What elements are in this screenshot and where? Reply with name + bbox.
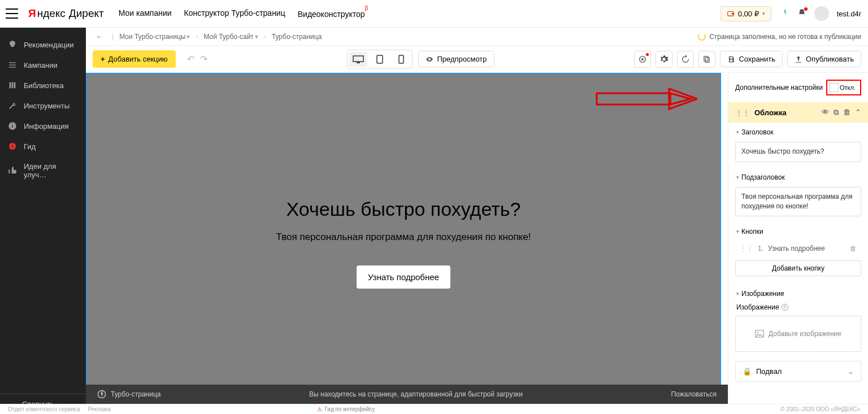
sidebar-item-ideas[interactable]: Идеи для улуч… <box>0 156 86 185</box>
notifications-icon[interactable] <box>797 8 806 19</box>
page-status-text: Страница заполнена, но не готова к публи… <box>709 33 861 41</box>
crumb-2[interactable]: Мой Турбо-сайт▾ <box>203 33 258 41</box>
footer-guide-link[interactable]: ⚠ Гид по интерфейсу <box>317 406 375 412</box>
svg-rect-19 <box>704 56 708 60</box>
image-subsection[interactable]: Изображение <box>728 284 868 303</box>
delete-button-icon[interactable]: 🗑 <box>850 245 857 252</box>
cover-section-canvas[interactable]: Хочешь быстро похудеть? Твоя персональна… <box>86 73 721 414</box>
section-copy-icon[interactable]: ⧉ <box>834 108 839 117</box>
info-icon <box>8 121 17 130</box>
device-desktop-button[interactable] <box>349 52 367 67</box>
history-icon <box>681 55 690 64</box>
heading-input[interactable]: Хочешь быстро похудеть? <box>735 142 861 162</box>
undo-button[interactable]: ↶ <box>187 54 194 64</box>
chevron-right-icon: › <box>264 33 266 41</box>
footer-link-service[interactable]: Отдел клиентского сервиса <box>8 406 80 412</box>
cover-cta-button[interactable]: Узнать подробнее <box>357 265 450 289</box>
footer-link-ads[interactable]: Реклама <box>88 406 111 412</box>
redo-button[interactable]: ↷ <box>200 54 207 64</box>
svg-point-24 <box>757 332 759 333</box>
runner-icon[interactable] <box>779 8 789 19</box>
plus-icon: + <box>101 55 105 63</box>
device-selector <box>347 50 413 69</box>
tablet-icon <box>376 55 383 64</box>
username[interactable]: test.d4r <box>837 10 861 18</box>
logo[interactable]: Яндекс Директ <box>28 7 104 20</box>
svg-rect-4 <box>9 67 16 67</box>
drag-handle-icon[interactable]: ⋮⋮ <box>735 108 750 117</box>
cover-subtitle: Твоя персональная программа для похудени… <box>276 232 531 243</box>
svg-rect-6 <box>12 82 14 89</box>
device-mobile-button[interactable] <box>392 52 410 67</box>
subheading-input[interactable]: Твоя персональная программа для похудени… <box>735 187 861 216</box>
menu-icon[interactable] <box>6 8 18 19</box>
nav-turbo-constructor[interactable]: Конструктор Турбо-страниц <box>184 8 285 19</box>
drag-handle-icon[interactable]: ⋮⋮ <box>740 245 753 252</box>
sidebar-item-guide[interactable]: Гид <box>0 136 86 156</box>
publish-icon <box>795 55 802 63</box>
publish-button[interactable]: Опубликовать <box>787 51 861 67</box>
nav-video-constructor[interactable]: Видеоконструкторβ <box>298 8 368 19</box>
device-tablet-button[interactable] <box>371 52 389 67</box>
chevron-right-icon: › <box>196 33 198 41</box>
sidebar: Рекомендации Кампании Библиотека Инструм… <box>0 28 86 414</box>
settings-button[interactable] <box>656 51 672 68</box>
sidebar-item-info[interactable]: Информация <box>0 116 86 136</box>
list-icon <box>8 60 17 69</box>
svg-rect-15 <box>399 55 403 63</box>
footer-copyright: © 2001–2020 ООО «ЯНДЕКС» <box>780 406 860 412</box>
svg-rect-7 <box>14 82 16 89</box>
chevron-down-icon: ⌄ <box>848 367 854 376</box>
buttons-subsection[interactable]: Кнопки <box>728 222 868 241</box>
sidebar-item-library[interactable]: Библиотека <box>0 75 86 95</box>
svg-rect-9 <box>12 125 12 128</box>
section-delete-icon[interactable]: 🗑 <box>843 108 850 117</box>
eye-icon <box>426 55 433 63</box>
crumb-1[interactable]: Мои Турбо-страницы▾ <box>119 33 190 41</box>
section-hide-icon[interactable]: 👁 <box>822 108 829 117</box>
avatar[interactable] <box>814 6 829 21</box>
button-item-1[interactable]: ⋮⋮ 1. Узнать подробнее 🗑 <box>735 241 861 256</box>
back-button[interactable]: ← <box>93 30 106 43</box>
svg-rect-5 <box>10 82 11 89</box>
alert-icon: ⚠ <box>317 406 322 412</box>
chevron-down-icon: ▾ <box>762 11 765 16</box>
add-button-button[interactable]: Добавить кнопку <box>735 260 861 276</box>
cover-section-header[interactable]: ⋮⋮ Обложка 👁 ⧉ 🗑 ⌃ <box>728 102 868 123</box>
section-collapse-icon[interactable]: ⌃ <box>855 108 861 117</box>
sidebar-item-tools[interactable]: Инструменты <box>0 95 86 116</box>
save-icon <box>727 55 735 63</box>
nav-my-campaigns[interactable]: Мои кампании <box>119 8 172 19</box>
settings-label: Дополнительные настройки <box>735 84 823 91</box>
lock-icon: 🔒 <box>743 367 752 376</box>
target-button[interactable] <box>634 51 651 68</box>
sidebar-item-campaigns[interactable]: Кампании <box>0 55 86 75</box>
editor-toolbar: + Добавить секцию ↶ ↷ Предпросмотр <box>86 46 868 73</box>
subheading-subsection[interactable]: Подзаголовок <box>728 168 868 187</box>
wallet-icon <box>727 10 735 18</box>
copy-icon <box>703 55 711 63</box>
save-button[interactable]: Сохранить <box>720 51 783 67</box>
preview-button[interactable]: Предпросмотр <box>418 51 494 67</box>
heading-subsection[interactable]: Заголовок <box>728 123 868 142</box>
top-nav: Мои кампании Конструктор Турбо-страниц В… <box>119 8 368 19</box>
turbo-icon <box>97 390 106 399</box>
footer-section-item[interactable]: 🔒 Подвал ⌄ <box>735 361 861 382</box>
status-spinner-icon <box>698 33 706 41</box>
history-button[interactable] <box>677 51 694 68</box>
image-dropzone[interactable]: Добавьте изображение <box>735 316 861 352</box>
copy-button[interactable] <box>698 51 715 68</box>
thumb-icon <box>8 166 17 175</box>
wrench-icon <box>8 101 17 110</box>
guide-icon <box>8 142 17 151</box>
image-field-label: Изображение <box>736 303 779 311</box>
crumb-3[interactable]: Турбо-страница <box>272 33 322 41</box>
complain-link[interactable]: Пожаловаться <box>671 390 717 398</box>
image-icon <box>755 330 764 338</box>
extra-settings-toggle[interactable]: Откл. <box>826 80 861 95</box>
sidebar-item-recommendations[interactable]: Рекомендации <box>0 34 86 55</box>
balance-button[interactable]: 0,00 ₽ ▾ <box>721 6 771 21</box>
logo-y: Я <box>28 7 36 20</box>
help-icon[interactable]: ? <box>782 304 788 311</box>
add-section-button[interactable]: + Добавить секцию <box>93 50 176 68</box>
